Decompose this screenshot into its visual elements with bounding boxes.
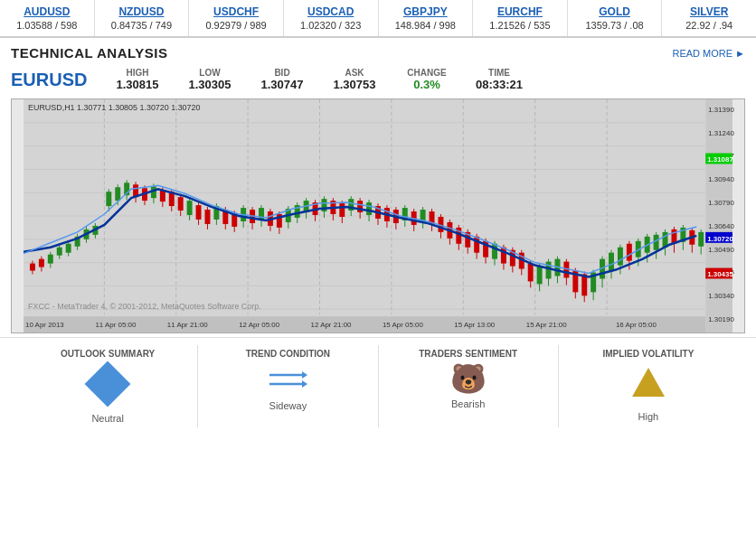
ask-label: ASK <box>345 68 364 78</box>
svg-text:1.30190: 1.30190 <box>708 315 734 323</box>
ticker-symbol: SILVER <box>666 5 752 18</box>
svg-rect-111 <box>366 202 372 215</box>
ticker-item-gold[interactable]: GOLD1359.73 / .08 <box>568 0 663 36</box>
svg-rect-39 <box>39 259 44 267</box>
svg-text:15 Apr 13:00: 15 Apr 13:00 <box>454 321 496 329</box>
svg-text:10 Apr 2013: 10 Apr 2013 <box>25 321 64 329</box>
svg-rect-71 <box>187 201 193 215</box>
svg-text:12 Apr 05:00: 12 Apr 05:00 <box>239 321 280 329</box>
svg-marker-201 <box>302 380 307 388</box>
svg-text:1.30940: 1.30940 <box>708 175 734 183</box>
svg-text:1.30490: 1.30490 <box>708 246 734 254</box>
svg-text:1.30340: 1.30340 <box>708 292 734 300</box>
svg-rect-169 <box>627 244 632 261</box>
bear-icon: 🐻 <box>450 364 487 393</box>
svg-rect-41 <box>48 255 53 264</box>
ticker-item-audusd[interactable]: AUDUSD1.03588 / 598 <box>0 0 95 36</box>
ticker-bar: AUDUSD1.03588 / 598NZDUSD0.84735 / 749US… <box>0 0 756 38</box>
svg-rect-43 <box>57 248 62 256</box>
bid-value: 1.30747 <box>261 78 304 91</box>
svg-rect-141 <box>501 248 506 264</box>
ticker-item-nzdusd[interactable]: NZDUSD0.84735 / 749 <box>95 0 190 36</box>
sideway-icon <box>268 366 307 393</box>
chart-ask: ASK 1.30753 <box>327 68 382 91</box>
svg-rect-165 <box>609 253 614 271</box>
svg-text:1.31390: 1.31390 <box>708 106 734 114</box>
high-arrow-icon <box>630 366 666 402</box>
ticker-symbol: USDCAD <box>288 5 374 18</box>
ticker-symbol: GOLD <box>572 5 658 18</box>
change-label: CHANGE <box>407 68 446 78</box>
svg-marker-199 <box>302 371 307 379</box>
arrow-right-icon: ► <box>735 48 745 59</box>
low-value: 1.30305 <box>189 78 232 91</box>
ticker-price: 22.92 / .94 <box>666 20 752 31</box>
svg-text:12 Apr 21:00: 12 Apr 21:00 <box>311 321 353 329</box>
svg-rect-167 <box>618 248 623 266</box>
high-label: HIGH <box>127 68 149 78</box>
svg-text:EURUSD,H1  1.30771  1.30805  1: EURUSD,H1 1.30771 1.30805 1.30720 1.3072… <box>28 103 201 112</box>
outlook-value: Neutral <box>91 413 123 424</box>
svg-rect-147 <box>528 264 534 282</box>
svg-rect-149 <box>537 267 543 285</box>
bid-label: BID <box>274 68 289 78</box>
diamond-icon <box>85 361 131 408</box>
ask-value: 1.30753 <box>334 78 376 91</box>
svg-text:1.30435: 1.30435 <box>707 270 733 278</box>
chart-high: HIGH 1.30815 <box>110 68 165 91</box>
svg-text:1.30790: 1.30790 <box>708 199 734 207</box>
ticker-item-eurchf[interactable]: EURCHF1.21526 / 535 <box>473 0 568 36</box>
ticker-symbol: EURCHF <box>477 5 563 18</box>
svg-rect-69 <box>178 197 184 211</box>
svg-text:FXCC - MetaTrader 4, © 2001-20: FXCC - MetaTrader 4, © 2001-2012, MetaQu… <box>28 302 261 311</box>
chart-low: LOW 1.30305 <box>183 68 237 91</box>
svg-rect-55 <box>115 187 120 201</box>
sentiment-value: Bearish <box>451 398 485 409</box>
section-title: TECHNICAL ANALYSIS <box>11 45 167 61</box>
chart-change: CHANGE 0.3% <box>400 68 454 91</box>
change-value: 0.3% <box>413 78 440 91</box>
trend-value: Sideway <box>269 400 307 411</box>
ticker-symbol: NZDUSD <box>99 5 185 18</box>
ticker-item-gbpjpy[interactable]: GBPJPY148.984 / 998 <box>379 0 474 36</box>
ticker-price: 1.21526 / 535 <box>477 20 563 31</box>
high-value: 1.30815 <box>117 78 159 91</box>
ticker-item-usdcad[interactable]: USDCAD1.02320 / 323 <box>284 0 379 36</box>
svg-rect-73 <box>196 205 202 220</box>
low-label: LOW <box>199 68 220 78</box>
ticker-price: 1.02320 / 323 <box>288 20 374 31</box>
svg-text:11 Apr 21:00: 11 Apr 21:00 <box>167 321 209 329</box>
ticker-price: 148.984 / 998 <box>383 20 469 31</box>
svg-text:1.30640: 1.30640 <box>708 222 734 230</box>
indicator-sentiment: TRADERS SENTIMENT 🐻 Bearish <box>379 345 559 427</box>
ticker-symbol: AUDUSD <box>4 5 90 18</box>
ticker-symbol: USDCHF <box>193 5 279 18</box>
volatility-label: IMPLIED VOLATILITY <box>602 349 694 359</box>
svg-text:1.31240: 1.31240 <box>708 129 734 137</box>
chart-header: EURUSD HIGH 1.30815 LOW 1.30305 BID 1.30… <box>0 64 756 95</box>
svg-rect-105 <box>339 203 345 217</box>
time-label: TIME <box>488 68 510 78</box>
indicator-outlook: OUTLOOK SUMMARY Neutral <box>18 345 198 427</box>
svg-text:1.30720: 1.30720 <box>707 235 733 243</box>
svg-rect-45 <box>66 244 71 253</box>
volatility-value: High <box>638 411 659 422</box>
ticker-item-silver[interactable]: SILVER22.92 / .94 <box>662 0 756 36</box>
ticker-price: 0.92979 / 989 <box>193 20 279 31</box>
svg-text:16 Apr 05:00: 16 Apr 05:00 <box>616 321 657 329</box>
chart-bid: BID 1.30747 <box>255 68 309 91</box>
svg-text:11 Apr 05:00: 11 Apr 05:00 <box>95 321 137 329</box>
ticker-item-usdchf[interactable]: USDCHF0.92979 / 989 <box>189 0 284 36</box>
indicators-section: OUTLOOK SUMMARY Neutral TREND CONDITION … <box>0 337 756 431</box>
svg-text:15 Apr 21:00: 15 Apr 21:00 <box>526 321 568 329</box>
svg-rect-175 <box>654 235 659 250</box>
read-more-link[interactable]: READ MORE ► <box>672 48 745 59</box>
chart-pair: EURUSD <box>11 70 92 90</box>
candlestick-chart: 1.31390 1.31240 1.31087 1.30940 1.30790 … <box>12 99 744 333</box>
time-value: 08:33:21 <box>476 78 523 91</box>
chart-area[interactable]: 1.31390 1.31240 1.31087 1.30940 1.30790 … <box>11 98 745 333</box>
svg-rect-53 <box>106 192 111 206</box>
svg-marker-202 <box>632 368 665 397</box>
svg-text:15 Apr 05:00: 15 Apr 05:00 <box>383 321 424 329</box>
chart-time: TIME 08:33:21 <box>472 68 526 91</box>
